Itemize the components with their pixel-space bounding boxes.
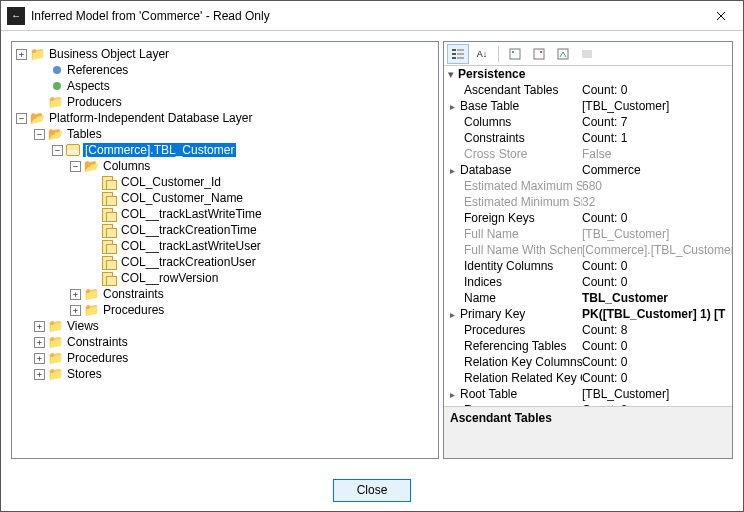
property-name: Foreign Keys xyxy=(464,211,535,225)
svg-rect-4 xyxy=(452,57,456,59)
property-row[interactable]: Cross StoreFalse xyxy=(444,146,732,162)
chevron-right-icon[interactable]: ▸ xyxy=(450,389,460,400)
chevron-right-icon[interactable]: ▸ xyxy=(450,309,460,320)
table-icon xyxy=(65,143,81,157)
alphabetical-button[interactable]: A↓ xyxy=(471,44,493,64)
property-row[interactable]: RowsCount: 0 xyxy=(444,402,732,406)
collapse-icon[interactable]: ▾ xyxy=(446,70,455,79)
folder-icon: 📁 xyxy=(47,351,63,365)
toolbar-button[interactable] xyxy=(552,44,574,64)
property-row[interactable]: NameTBL_Customer xyxy=(444,290,732,306)
folder-icon: 📂 xyxy=(83,159,99,173)
tree-node-procedures-top[interactable]: +📁Procedures xyxy=(34,350,436,366)
tree-node-constraints-top[interactable]: +📁Constraints xyxy=(34,334,436,350)
property-row[interactable]: Relation Related Key ColumnsCount: 0 xyxy=(444,370,732,386)
property-name: Cross Store xyxy=(464,147,527,161)
property-toolbar: A↓ xyxy=(444,42,732,66)
property-value: Count: 7 xyxy=(582,115,732,129)
title-bar: ← Inferred Model from 'Commerce' - Read … xyxy=(1,1,743,31)
expand-icon[interactable]: + xyxy=(34,369,45,380)
property-row[interactable]: ▸Primary KeyPK([TBL_Customer] 1) [T xyxy=(444,306,732,322)
property-row[interactable]: Identity ColumnsCount: 0 xyxy=(444,258,732,274)
property-row[interactable]: ConstraintsCount: 1 xyxy=(444,130,732,146)
property-category[interactable]: ▾ Persistence xyxy=(444,66,732,82)
property-value: [TBL_Customer] xyxy=(582,99,732,113)
property-row[interactable]: Ascendant TablesCount: 0 xyxy=(444,82,732,98)
window-close-button[interactable] xyxy=(699,1,743,30)
aspects-icon xyxy=(47,79,63,93)
property-value: Count: 0 xyxy=(582,339,732,353)
tree-node-table-customer[interactable]: −[Commerce].TBL_Customer xyxy=(52,142,436,158)
property-value: [TBL_Customer] xyxy=(582,227,732,241)
folder-icon: 📂 xyxy=(47,127,63,141)
tree-node-aspects[interactable]: Aspects xyxy=(34,78,436,94)
tree-node-column[interactable]: COL_Customer_Name xyxy=(88,190,436,206)
tree-node-column[interactable]: COL__rowVersion xyxy=(88,270,436,286)
property-name: Rows xyxy=(464,403,494,406)
folder-icon: 📁 xyxy=(47,335,63,349)
svg-rect-1 xyxy=(457,49,464,51)
property-row[interactable]: Estimated Minimum Size32 xyxy=(444,194,732,210)
tree-node-tables[interactable]: −📂Tables xyxy=(34,126,436,142)
tree-node-procedures[interactable]: +📁Procedures xyxy=(70,302,436,318)
expand-icon[interactable]: + xyxy=(34,353,45,364)
tree-node-views[interactable]: +📁Views xyxy=(34,318,436,334)
property-value: TBL_Customer xyxy=(582,291,732,305)
expand-icon[interactable]: + xyxy=(16,49,27,60)
property-row[interactable]: ColumnsCount: 7 xyxy=(444,114,732,130)
tree-node-column[interactable]: COL__trackCreationUser xyxy=(88,254,436,270)
close-button[interactable]: Close xyxy=(333,479,411,502)
collapse-icon[interactable]: − xyxy=(52,145,63,156)
tree-node-column[interactable]: COL__trackCreationTime xyxy=(88,222,436,238)
chevron-right-icon[interactable]: ▸ xyxy=(450,165,460,176)
dialog-footer: Close xyxy=(1,469,743,511)
property-value: Count: 0 xyxy=(582,275,732,289)
tree-node-column[interactable]: COL_Customer_Id xyxy=(88,174,436,190)
chevron-right-icon[interactable]: ▸ xyxy=(450,101,460,112)
property-row[interactable]: Referencing TablesCount: 0 xyxy=(444,338,732,354)
property-row[interactable]: Estimated Maximum Size680 xyxy=(444,178,732,194)
tree-node-references[interactable]: References xyxy=(34,62,436,78)
expand-icon[interactable]: + xyxy=(70,305,81,316)
property-value: PK([TBL_Customer] 1) [T xyxy=(582,307,732,321)
property-name: Referencing Tables xyxy=(464,339,567,353)
property-row[interactable]: Full Name[TBL_Customer] xyxy=(444,226,732,242)
collapse-icon[interactable]: − xyxy=(16,113,27,124)
svg-rect-2 xyxy=(452,53,456,55)
tree-node-constraints[interactable]: +📁Constraints xyxy=(70,286,436,302)
tree-panel[interactable]: +📁Business Object Layer References Aspec… xyxy=(11,41,439,459)
collapse-icon[interactable]: − xyxy=(70,161,81,172)
property-row[interactable]: ▸Base Table[TBL_Customer] xyxy=(444,98,732,114)
toolbar-button[interactable] xyxy=(504,44,526,64)
tree-node-column[interactable]: COL__trackLastWriteTime xyxy=(88,206,436,222)
property-name: Procedures xyxy=(464,323,525,337)
tree-node-columns[interactable]: −📂Columns xyxy=(70,158,436,174)
tree-node-producers[interactable]: 📁Producers xyxy=(34,94,436,110)
property-row[interactable]: IndicesCount: 0 xyxy=(444,274,732,290)
property-row[interactable]: ProceduresCount: 8 xyxy=(444,322,732,338)
toolbar-button[interactable] xyxy=(528,44,550,64)
expand-icon[interactable]: + xyxy=(34,337,45,348)
expand-icon[interactable]: + xyxy=(34,321,45,332)
categorized-button[interactable] xyxy=(447,44,469,64)
tree-node-business-object-layer[interactable]: +📁Business Object Layer xyxy=(16,46,436,62)
property-value: Count: 0 xyxy=(582,403,732,406)
property-name: Identity Columns xyxy=(464,259,553,273)
collapse-icon[interactable]: − xyxy=(34,129,45,140)
property-grid[interactable]: ▾ Persistence Ascendant TablesCount: 0▸B… xyxy=(444,66,732,406)
property-name: Name xyxy=(464,291,496,305)
toolbar-button xyxy=(576,44,598,64)
svg-rect-8 xyxy=(534,49,544,59)
expand-icon[interactable]: + xyxy=(70,289,81,300)
property-name: Full Name With Schema xyxy=(464,243,582,257)
property-name: Database xyxy=(460,163,511,177)
property-row[interactable]: ▸DatabaseCommerce xyxy=(444,162,732,178)
tree-node-db-layer[interactable]: −📂Platform-Independent Database Layer xyxy=(16,110,436,126)
property-row[interactable]: Full Name With Schema[Commerce].[TBL_Cus… xyxy=(444,242,732,258)
property-row[interactable]: Relation Key ColumnsCount: 0 xyxy=(444,354,732,370)
property-row[interactable]: ▸Root Table[TBL_Customer] xyxy=(444,386,732,402)
property-row[interactable]: Foreign KeysCount: 0 xyxy=(444,210,732,226)
property-name: Root Table xyxy=(460,387,517,401)
tree-node-column[interactable]: COL__trackLastWriteUser xyxy=(88,238,436,254)
tree-node-stores[interactable]: +📁Stores xyxy=(34,366,436,382)
